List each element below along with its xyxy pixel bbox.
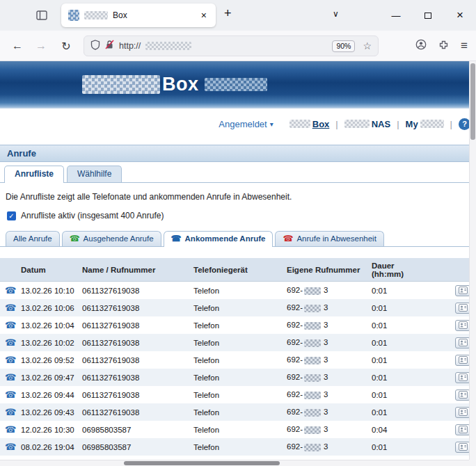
call-date: 13.02.26 10:10	[21, 287, 82, 295]
new-tab-button[interactable]: +	[224, 6, 232, 21]
redacted-link-prefix	[344, 120, 370, 128]
redacted-link-suffix	[420, 120, 444, 128]
top-bar: Angemeldet ▾ Box | NAS | My | ?	[0, 109, 476, 139]
call-device: Telefon	[193, 443, 287, 451]
vertical-scrollbar-thumb[interactable]	[470, 63, 475, 140]
tab-title: Box	[113, 10, 127, 20]
insecure-lock-icon[interactable]	[105, 40, 114, 52]
tab-close-icon[interactable]: ×	[199, 10, 209, 21]
call-number: 0611327619038	[82, 339, 193, 347]
call-duration: 0:01	[372, 373, 450, 382]
call-device: Telefon	[193, 356, 287, 364]
add-contact-button[interactable]	[455, 285, 470, 296]
extensions-icon[interactable]	[438, 40, 449, 53]
filter-tab-abwesenheit[interactable]: ☎ Anrufe in Abwesenheit	[275, 231, 383, 246]
own-number: 692-3	[287, 355, 372, 364]
call-number: 0611327619038	[82, 321, 193, 330]
call-number: 06985803587	[82, 443, 193, 451]
add-contact-button[interactable]	[455, 372, 470, 383]
tabs-dropdown-icon[interactable]: ∨	[333, 9, 339, 19]
add-contact-button[interactable]	[455, 303, 470, 314]
call-duration: 0:01	[372, 321, 450, 330]
maximize-button[interactable]	[412, 10, 444, 21]
call-date: 13.02.26 09:43	[21, 408, 82, 417]
table-row[interactable]: ☎ 13.02.26 10:10 0611327619038 Telefon 6…	[0, 282, 476, 299]
forward-button[interactable]: →	[31, 31, 51, 61]
call-duration: 0:01	[372, 287, 450, 295]
main-tabs: Anrufliste Wählhilfe	[0, 162, 476, 183]
table-row[interactable]: ☎ 13.02.26 10:06 0611327619038 Telefon 6…	[0, 299, 476, 316]
table-row[interactable]: ☎ 13.02.26 09:47 0611327619038 Telefon 6…	[0, 369, 476, 386]
horizontal-scrollbar-thumb[interactable]	[124, 461, 280, 465]
tab-anrufliste[interactable]: Anrufliste	[4, 166, 64, 183]
nav-link-box[interactable]: Box	[289, 119, 330, 129]
call-number: 0611327619038	[82, 408, 193, 417]
table-row[interactable]: ☎ 08.02.26 19:04 06985803587 Telefon 692…	[0, 438, 476, 456]
add-contact-button[interactable]	[455, 389, 470, 401]
redacted-url	[145, 42, 191, 50]
separator: |	[450, 119, 452, 129]
horizontal-scrollbar[interactable]	[0, 460, 469, 466]
url-bar[interactable]: http:// 90% ☆	[84, 35, 379, 56]
nav-link-nas[interactable]: NAS	[344, 119, 390, 129]
table-row[interactable]: ☎ 13.02.26 09:52 0611327619038 Telefon 6…	[0, 351, 476, 369]
table-row[interactable]: ☎ 13.02.26 09:43 0611327619038 Telefon 6…	[0, 403, 476, 421]
site-header-banner: Box	[0, 61, 476, 109]
separator: |	[397, 119, 399, 129]
call-date: 13.02.26 09:44	[21, 391, 82, 399]
zoom-level-badge[interactable]: 90%	[332, 40, 355, 52]
intro-text: Die Anrufliste zeigt alle Telefonate und…	[6, 192, 470, 202]
incoming-call-icon: ☎	[5, 285, 16, 296]
back-button[interactable]: ←	[7, 31, 28, 61]
profile-icon[interactable]	[415, 39, 427, 53]
incoming-call-icon: ☎	[5, 442, 16, 452]
call-device: Telefon	[193, 339, 287, 347]
page-title: Anrufe	[7, 148, 36, 159]
menu-icon[interactable]: ≡	[461, 39, 468, 53]
call-duration: 0:01	[372, 356, 450, 364]
call-duration: 0:04	[372, 426, 450, 434]
call-date: 13.02.26 10:02	[21, 339, 82, 347]
call-list-active-row: ✓ Anrufliste aktiv (insgesamt 400 Anrufe…	[7, 211, 476, 220]
redacted-own-number	[304, 392, 321, 399]
call-date: 13.02.26 09:47	[21, 373, 82, 382]
redacted-logo	[82, 75, 160, 94]
call-duration: 0:01	[372, 391, 450, 399]
call-duration: 0:01	[372, 339, 450, 347]
browser-tab[interactable]: Box ×	[61, 3, 216, 27]
window-controls: — ×	[380, 0, 476, 31]
bookmark-star-icon[interactable]: ☆	[363, 40, 372, 51]
firefox-view-icon[interactable]	[36, 10, 47, 23]
add-contact-button[interactable]	[455, 442, 470, 453]
missed-call-icon: ☎	[283, 234, 293, 243]
add-contact-button[interactable]	[455, 407, 470, 418]
table-row[interactable]: ☎ 13.02.26 10:02 0611327619038 Telefon 6…	[0, 334, 476, 351]
table-row[interactable]: ☎ 12.02.26 10:30 06985803587 Telefon 692…	[0, 421, 476, 438]
add-contact-button[interactable]	[455, 320, 470, 331]
filter-tab-ankommende[interactable]: ☎ Ankommende Anrufe	[164, 231, 273, 247]
tab-waehlhilfe[interactable]: Wählhilfe	[67, 166, 122, 182]
close-button[interactable]: ×	[444, 8, 476, 22]
add-contact-button[interactable]	[455, 424, 470, 435]
nav-link-my[interactable]: My	[406, 119, 444, 129]
filter-tab-ausgehende[interactable]: ☎ Ausgehende Anrufe	[62, 231, 161, 246]
vertical-scrollbar[interactable]	[469, 61, 476, 466]
table-row[interactable]: ☎ 13.02.26 10:04 0611327619038 Telefon 6…	[0, 316, 476, 334]
call-duration: 0:01	[372, 408, 450, 417]
add-contact-button[interactable]	[455, 337, 470, 348]
own-number: 692-3	[287, 303, 372, 312]
reload-button[interactable]: ↻	[56, 31, 77, 61]
call-device: Telefon	[193, 287, 287, 295]
shield-icon[interactable]	[90, 40, 100, 53]
incoming-call-icon: ☎	[5, 424, 16, 435]
redacted-own-number	[304, 426, 321, 434]
filter-tab-alle[interactable]: Alle Anrufe	[6, 231, 60, 246]
call-date: 13.02.26 09:52	[21, 356, 82, 364]
call-device: Telefon	[193, 391, 287, 399]
filter-tab-label: Alle Anrufe	[13, 234, 52, 243]
add-contact-button[interactable]	[455, 355, 470, 366]
minimize-button[interactable]: —	[380, 10, 412, 21]
logged-in-menu[interactable]: Angemeldet ▾	[219, 119, 273, 129]
table-row[interactable]: ☎ 13.02.26 09:44 0611327619038 Telefon 6…	[0, 386, 476, 403]
checkbox-checked[interactable]: ✓	[7, 211, 16, 220]
